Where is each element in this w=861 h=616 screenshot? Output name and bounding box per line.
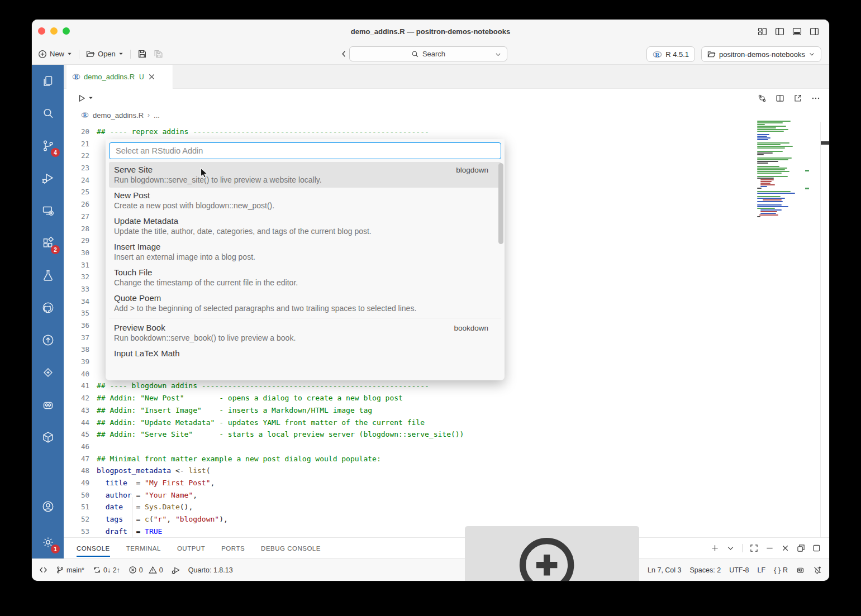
minimap-line bbox=[757, 157, 792, 159]
code-line[interactable]: 52 tags = c("r", "blogdown"), bbox=[64, 513, 829, 526]
quick-pick-item[interactable]: Serve SiteblogdownRun blogdown::serve_si… bbox=[109, 162, 501, 188]
open-changes-icon[interactable] bbox=[758, 94, 767, 103]
code-line[interactable]: 46 bbox=[64, 441, 829, 453]
panel-tab-ports[interactable]: PORTS bbox=[221, 538, 245, 558]
code-line[interactable]: 49 title = "My First Post", bbox=[64, 477, 829, 489]
quick-pick-input[interactable] bbox=[115, 146, 496, 156]
quick-pick-item[interactable]: New PostCreate a new post with blogdown:… bbox=[109, 188, 501, 213]
sidebar-item-github[interactable] bbox=[32, 292, 64, 324]
line-number: 47 bbox=[64, 453, 89, 465]
quick-pick-item[interactable]: Quote PoemAdd > to the beginning of sele… bbox=[109, 290, 501, 316]
open-in-new-window-icon[interactable] bbox=[793, 94, 802, 103]
panel-tab-console[interactable]: CONSOLE bbox=[77, 538, 110, 558]
editor-scrollbar[interactable] bbox=[820, 122, 829, 537]
minimap-line bbox=[760, 179, 774, 180]
sidebar-item-search[interactable] bbox=[32, 97, 64, 130]
panel-tab-output[interactable]: OUTPUT bbox=[177, 538, 205, 558]
debug-icon bbox=[41, 171, 55, 185]
chevron-down-icon[interactable] bbox=[494, 51, 502, 58]
quick-pick-item[interactable]: Touch FileChange the timestamp of the cu… bbox=[109, 265, 501, 290]
toggle-primary-sidebar-icon[interactable] bbox=[775, 27, 784, 36]
quick-pick-item[interactable]: Input LaTeX Math bbox=[109, 346, 501, 362]
code-line[interactable]: 51 date = Sys.Date(), bbox=[64, 501, 829, 513]
indentation-status[interactable]: Spaces: 2 bbox=[690, 566, 721, 574]
problems-status[interactable]: 0 0 bbox=[129, 566, 163, 574]
sidebar-item-publish[interactable] bbox=[32, 324, 64, 356]
quick-pick-scrollbar[interactable] bbox=[498, 163, 503, 244]
quarto-status[interactable]: Quarto: 1.8.13 bbox=[188, 566, 233, 574]
code-line[interactable]: 50 author = "Your Name", bbox=[64, 489, 829, 502]
breadcrumb-file[interactable]: demo_addins.R bbox=[93, 111, 144, 120]
minimap-line bbox=[757, 206, 788, 207]
code-text: ## ---- reprex addins ------------------… bbox=[97, 126, 429, 138]
quick-pick-item[interactable]: Update MetadataUpdate the title, author,… bbox=[109, 213, 501, 239]
zoom-indicator[interactable] bbox=[465, 526, 639, 581]
sync-status[interactable]: 0↓ 2↑ bbox=[93, 566, 120, 574]
sidebar-item-assistant[interactable] bbox=[32, 356, 64, 389]
notifications-status[interactable] bbox=[813, 566, 821, 574]
minimap-line bbox=[757, 188, 762, 189]
breadcrumb-more[interactable]: ... bbox=[154, 111, 160, 120]
play-icon bbox=[77, 94, 86, 103]
close-icon[interactable] bbox=[148, 73, 156, 81]
eol-status[interactable]: LF bbox=[758, 566, 766, 574]
sidebar-item-run-debug[interactable] bbox=[32, 162, 64, 194]
branch-name: main* bbox=[66, 566, 84, 574]
toggle-panel-icon[interactable] bbox=[792, 27, 802, 36]
toggle-secondary-sidebar-icon[interactable] bbox=[810, 27, 819, 36]
sidebar-item-settings[interactable]: 1 bbox=[32, 526, 64, 558]
quick-pick-item-label: Preview Book bbox=[114, 323, 165, 332]
sidebar-item-databot[interactable] bbox=[32, 389, 64, 421]
caret-down-icon bbox=[118, 51, 123, 56]
panel-tab-terminal[interactable]: TERMINAL bbox=[126, 538, 161, 558]
breadcrumb[interactable]: demo_addins.R › ... bbox=[64, 107, 829, 123]
debug-status[interactable] bbox=[172, 566, 180, 574]
code-line[interactable]: 44## Addin: "Update Metadata" - updates … bbox=[64, 417, 829, 429]
git-branch-status[interactable]: main* bbox=[56, 566, 84, 574]
save-icon[interactable] bbox=[137, 49, 147, 59]
run-button[interactable] bbox=[77, 94, 93, 103]
language-mode[interactable]: { } R bbox=[774, 566, 788, 574]
robot-icon bbox=[41, 398, 55, 412]
code-line[interactable]: 20## ---- reprex addins ----------------… bbox=[64, 126, 829, 138]
encoding-status[interactable]: UTF-8 bbox=[729, 566, 749, 574]
panel-tab-debug-console[interactable]: DEBUG CONSOLE bbox=[261, 538, 321, 558]
sidebar-item-remote-explorer[interactable] bbox=[32, 194, 64, 227]
code-text: date = Sys.Date(), bbox=[97, 501, 193, 513]
minimap[interactable] bbox=[757, 121, 807, 218]
more-actions-icon[interactable] bbox=[811, 94, 820, 103]
cursor-position[interactable]: Ln 7, Col 3 bbox=[648, 566, 681, 574]
workspace-selector[interactable]: positron-demos-notebooks bbox=[701, 46, 821, 62]
tab-demo-addins[interactable]: demo_addins.R U bbox=[66, 65, 173, 89]
line-number: 24 bbox=[64, 174, 89, 187]
sidebar-item-account[interactable] bbox=[32, 494, 64, 526]
code-line[interactable]: 42## Addin: "New Post" - opens a dialog … bbox=[64, 392, 829, 404]
code-line[interactable]: 41## ---- blogdown addins --------------… bbox=[64, 380, 829, 392]
sidebar-item-testing[interactable] bbox=[32, 259, 64, 292]
scrollbar-thumb[interactable] bbox=[821, 141, 829, 145]
databot-status[interactable] bbox=[796, 566, 805, 574]
sidebar-item-extensions[interactable]: 2 bbox=[32, 227, 64, 259]
interpreter-selector[interactable]: R 4.5.1 bbox=[646, 46, 695, 62]
sidebar-item-source-control[interactable]: 4 bbox=[32, 130, 64, 162]
quick-pick-item[interactable]: Preview BookbookdownRun bookdown::serve_… bbox=[109, 320, 501, 346]
split-editor-icon[interactable] bbox=[776, 94, 784, 103]
remote-indicator[interactable] bbox=[39, 566, 47, 574]
code-line[interactable]: 47## Minimal front matter example a new … bbox=[64, 453, 829, 465]
minimap-line bbox=[760, 213, 776, 214]
code-line[interactable]: 48blogpost_metadata <- list( bbox=[64, 465, 829, 477]
package-cube-icon bbox=[41, 431, 55, 444]
global-search-box[interactable]: Search bbox=[349, 46, 507, 61]
code-line[interactable]: 45## Addin: "Serve Site" - starts a loca… bbox=[64, 428, 829, 441]
quick-pick-item-description: Run blogdown::serve_site() to live previ… bbox=[114, 175, 496, 184]
quick-pick-item[interactable]: Insert ImageInsert an external image int… bbox=[109, 239, 501, 265]
sidebar-item-explorer[interactable] bbox=[32, 65, 64, 97]
customize-layout-icon[interactable] bbox=[758, 27, 767, 36]
folder-icon bbox=[86, 50, 95, 59]
new-button[interactable]: New bbox=[38, 50, 72, 59]
sidebar-item-packages[interactable] bbox=[32, 421, 64, 453]
code-line[interactable]: 43## Addin: "Insert Image" - inserts a M… bbox=[64, 404, 829, 417]
save-all-icon[interactable] bbox=[154, 49, 163, 59]
navigate-back-icon[interactable] bbox=[340, 50, 348, 58]
open-button[interactable]: Open bbox=[86, 50, 123, 59]
